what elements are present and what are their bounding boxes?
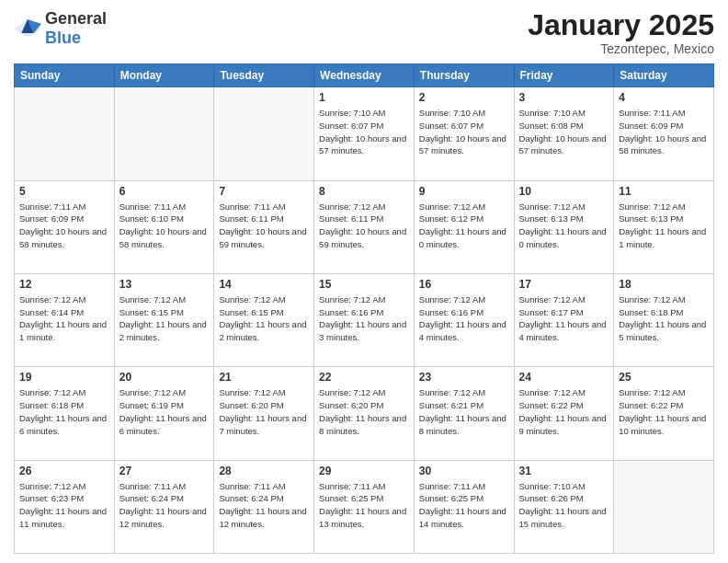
calendar-cell: 11Sunrise: 7:12 AMSunset: 6:13 PMDayligh… (614, 180, 714, 273)
header: General Blue January 2025 Tezontepec, Me… (14, 9, 714, 56)
day-info: Sunrise: 7:11 AMSunset: 6:11 PMDaylight:… (219, 201, 309, 251)
calendar-cell (114, 87, 214, 180)
day-info: Sunrise: 7:12 AMSunset: 6:20 PMDaylight:… (319, 386, 409, 437)
day-number: 4 (619, 91, 709, 104)
day-number: 2 (419, 91, 509, 104)
calendar-week-1: 1Sunrise: 7:10 AMSunset: 6:07 PMDaylight… (15, 87, 714, 180)
day-info: Sunrise: 7:11 AMSunset: 6:09 PMDaylight:… (619, 107, 709, 157)
calendar-cell: 24Sunrise: 7:12 AMSunset: 6:22 PMDayligh… (514, 367, 614, 460)
day-number: 10 (519, 185, 609, 198)
day-number: 23 (419, 371, 509, 384)
calendar-cell: 8Sunrise: 7:12 AMSunset: 6:11 PMDaylight… (314, 180, 415, 273)
day-info: Sunrise: 7:12 AMSunset: 6:15 PMDaylight:… (219, 293, 309, 344)
calendar-cell: 13Sunrise: 7:12 AMSunset: 6:15 PMDayligh… (114, 273, 214, 366)
day-number: 7 (219, 185, 309, 198)
day-info: Sunrise: 7:12 AMSunset: 6:22 PMDaylight:… (619, 386, 709, 437)
calendar-cell: 29Sunrise: 7:11 AMSunset: 6:25 PMDayligh… (314, 460, 415, 553)
calendar-cell: 4Sunrise: 7:11 AMSunset: 6:09 PMDaylight… (614, 87, 714, 180)
calendar-header-row: Sunday Monday Tuesday Wednesday Thursday… (15, 64, 714, 87)
calendar-cell: 16Sunrise: 7:12 AMSunset: 6:16 PMDayligh… (414, 273, 514, 366)
day-number: 25 (619, 371, 709, 384)
day-number: 20 (119, 371, 210, 384)
day-info: Sunrise: 7:12 AMSunset: 6:13 PMDaylight:… (619, 201, 709, 251)
location: Tezontepec, Mexico (528, 41, 714, 56)
header-monday: Monday (114, 64, 214, 87)
day-number: 26 (19, 465, 109, 477)
day-info: Sunrise: 7:12 AMSunset: 6:20 PMDaylight:… (219, 386, 309, 437)
header-friday: Friday (514, 64, 614, 87)
day-info: Sunrise: 7:10 AMSunset: 6:07 PMDaylight:… (319, 107, 409, 157)
title-area: January 2025 Tezontepec, Mexico (528, 9, 714, 56)
day-info: Sunrise: 7:12 AMSunset: 6:16 PMDaylight:… (419, 293, 509, 344)
calendar-cell: 23Sunrise: 7:12 AMSunset: 6:21 PMDayligh… (414, 367, 514, 460)
logo-icon (14, 17, 41, 40)
header-tuesday: Tuesday (214, 64, 314, 87)
calendar-cell: 10Sunrise: 7:12 AMSunset: 6:13 PMDayligh… (514, 180, 614, 273)
calendar-cell: 26Sunrise: 7:12 AMSunset: 6:23 PMDayligh… (15, 460, 115, 553)
day-number: 12 (19, 278, 109, 291)
day-info: Sunrise: 7:10 AMSunset: 6:07 PMDaylight:… (419, 107, 509, 157)
day-info: Sunrise: 7:11 AMSunset: 6:09 PMDaylight:… (19, 201, 109, 251)
day-number: 11 (619, 185, 709, 198)
day-number: 8 (319, 185, 409, 198)
logo-general: General (45, 9, 107, 28)
day-number: 6 (119, 185, 210, 198)
day-info: Sunrise: 7:12 AMSunset: 6:17 PMDaylight:… (519, 293, 609, 344)
calendar-cell: 25Sunrise: 7:12 AMSunset: 6:22 PMDayligh… (614, 367, 714, 460)
calendar-cell: 7Sunrise: 7:11 AMSunset: 6:11 PMDaylight… (214, 180, 314, 273)
calendar-cell: 18Sunrise: 7:12 AMSunset: 6:18 PMDayligh… (614, 273, 714, 366)
day-info: Sunrise: 7:12 AMSunset: 6:12 PMDaylight:… (419, 201, 509, 251)
day-number: 21 (219, 371, 309, 384)
day-number: 5 (19, 185, 109, 198)
calendar-cell: 5Sunrise: 7:11 AMSunset: 6:09 PMDaylight… (15, 180, 115, 273)
header-thursday: Thursday (414, 64, 514, 87)
day-info: Sunrise: 7:11 AMSunset: 6:24 PMDaylight:… (219, 480, 309, 531)
calendar-cell: 12Sunrise: 7:12 AMSunset: 6:14 PMDayligh… (15, 273, 115, 366)
calendar-cell: 27Sunrise: 7:11 AMSunset: 6:24 PMDayligh… (114, 460, 214, 553)
day-info: Sunrise: 7:12 AMSunset: 6:18 PMDaylight:… (619, 293, 709, 344)
day-info: Sunrise: 7:12 AMSunset: 6:23 PMDaylight:… (19, 480, 109, 531)
calendar-week-2: 5Sunrise: 7:11 AMSunset: 6:09 PMDaylight… (15, 180, 714, 273)
day-number: 22 (319, 371, 409, 384)
day-number: 24 (519, 371, 609, 384)
calendar-cell (15, 87, 115, 180)
day-number: 29 (319, 465, 409, 477)
day-number: 1 (319, 91, 409, 104)
day-info: Sunrise: 7:12 AMSunset: 6:14 PMDaylight:… (19, 293, 109, 344)
day-number: 13 (119, 278, 210, 291)
calendar-cell: 1Sunrise: 7:10 AMSunset: 6:07 PMDaylight… (314, 87, 415, 180)
day-info: Sunrise: 7:12 AMSunset: 6:13 PMDaylight:… (519, 201, 609, 251)
header-wednesday: Wednesday (314, 64, 415, 87)
day-info: Sunrise: 7:12 AMSunset: 6:19 PMDaylight:… (119, 386, 210, 437)
header-sunday: Sunday (15, 64, 115, 87)
day-info: Sunrise: 7:12 AMSunset: 6:18 PMDaylight:… (19, 386, 109, 437)
day-number: 28 (219, 465, 309, 477)
day-info: Sunrise: 7:12 AMSunset: 6:16 PMDaylight:… (319, 293, 409, 344)
day-number: 27 (119, 465, 210, 477)
day-number: 3 (519, 91, 609, 104)
calendar-cell (214, 87, 314, 180)
calendar-cell: 15Sunrise: 7:12 AMSunset: 6:16 PMDayligh… (314, 273, 415, 366)
calendar-cell: 14Sunrise: 7:12 AMSunset: 6:15 PMDayligh… (214, 273, 314, 366)
day-info: Sunrise: 7:11 AMSunset: 6:24 PMDaylight:… (119, 480, 210, 531)
day-info: Sunrise: 7:12 AMSunset: 6:11 PMDaylight:… (319, 201, 409, 251)
calendar-table: Sunday Monday Tuesday Wednesday Thursday… (14, 63, 714, 554)
month-title: January 2025 (528, 9, 714, 41)
calendar-cell: 17Sunrise: 7:12 AMSunset: 6:17 PMDayligh… (514, 273, 614, 366)
header-saturday: Saturday (614, 64, 714, 87)
calendar-cell: 19Sunrise: 7:12 AMSunset: 6:18 PMDayligh… (15, 367, 115, 460)
calendar-cell: 28Sunrise: 7:11 AMSunset: 6:24 PMDayligh… (214, 460, 314, 553)
day-number: 17 (519, 278, 609, 291)
day-info: Sunrise: 7:10 AMSunset: 6:26 PMDaylight:… (519, 480, 609, 531)
day-number: 19 (19, 371, 109, 384)
day-info: Sunrise: 7:11 AMSunset: 6:25 PMDaylight:… (419, 480, 509, 531)
day-info: Sunrise: 7:11 AMSunset: 6:25 PMDaylight:… (319, 480, 409, 531)
calendar-cell: 9Sunrise: 7:12 AMSunset: 6:12 PMDaylight… (414, 180, 514, 273)
day-number: 15 (319, 278, 409, 291)
calendar-week-3: 12Sunrise: 7:12 AMSunset: 6:14 PMDayligh… (15, 273, 714, 366)
day-number: 16 (419, 278, 509, 291)
day-number: 18 (619, 278, 709, 291)
day-info: Sunrise: 7:12 AMSunset: 6:15 PMDaylight:… (119, 293, 210, 344)
logo-blue: Blue (45, 29, 81, 47)
calendar-cell (614, 460, 714, 553)
